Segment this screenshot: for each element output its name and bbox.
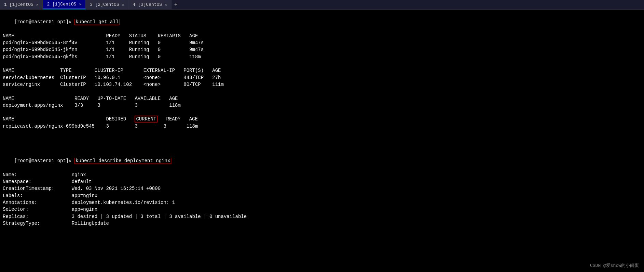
blank-5 bbox=[3, 137, 641, 143]
tab-3[interactable]: 3 [2]CentOS ✕ bbox=[86, 0, 128, 9]
terminal-line-namespace: Namespace: default bbox=[3, 178, 641, 185]
terminal-line-labels: Labels: app=nginx bbox=[3, 192, 641, 199]
terminal-line-11: NAME DESIRED CURRENT READY AGE bbox=[3, 116, 641, 122]
terminal-line-10: deployment.apps/nginx 3/3 3 3 118m bbox=[3, 102, 641, 109]
tab-2[interactable]: 2 [1]CentOS ✕ bbox=[43, 0, 85, 9]
tab-3-label: 3 [2]CentOS bbox=[90, 2, 119, 7]
watermark-text: CSDN @爱show的小卤蛋 bbox=[590, 262, 639, 269]
terminal-line-12: replicaset.apps/nginx-699bd9c545 3 3 3 1… bbox=[3, 123, 641, 130]
terminal-line-9: NAME READY UP-TO-DATE AVAILABLE AGE bbox=[3, 95, 641, 102]
terminal: [root@master01 opt]# kubectl get all NAM… bbox=[0, 10, 644, 272]
blank-4 bbox=[3, 130, 641, 137]
tab-add-button[interactable]: + bbox=[172, 0, 180, 9]
blank-2 bbox=[3, 88, 641, 95]
tab-2-close[interactable]: ✕ bbox=[79, 2, 81, 7]
terminal-line-strategy: StrategyType: RollingUpdate bbox=[3, 220, 641, 227]
terminal-line-3: pod/nginx-699bd9c545-8rf4v 1/1 Running 0… bbox=[3, 39, 641, 46]
tab-4-label: 4 [3]CentOS bbox=[133, 2, 162, 7]
terminal-line-2: NAME READY STATUS RESTARTS AGE bbox=[3, 33, 641, 39]
terminal-line-7: service/kubernetes ClusterIP 10.96.0.1 <… bbox=[3, 74, 641, 81]
current-header-highlight: CURRENT bbox=[135, 116, 157, 122]
cmd-describe: kubectl describe deployment nginx bbox=[74, 158, 171, 164]
terminal-line-selector: Selector: app=nginx bbox=[3, 206, 641, 213]
prompt-1: [root@master01 opt]# bbox=[14, 19, 74, 25]
terminal-line-8: service/nginx ClusterIP 10.103.74.102 <n… bbox=[3, 81, 641, 88]
terminal-line-1: [root@master01 opt]# kubectl get all bbox=[3, 12, 641, 33]
blank-1 bbox=[3, 60, 641, 67]
tab-3-close[interactable]: ✕ bbox=[122, 2, 124, 7]
blank-6 bbox=[3, 144, 641, 151]
tab-2-label: 2 [1]CentOS bbox=[47, 2, 76, 7]
blank-3 bbox=[3, 109, 641, 116]
terminal-line-creation: CreationTimestamp: Wed, 03 Nov 2021 16:2… bbox=[3, 185, 641, 192]
terminal-line-6: NAME TYPE CLUSTER-IP EXTERNAL-IP PORT(S)… bbox=[3, 67, 641, 74]
terminal-line-5: pod/nginx-699bd9c545-qkfhs 1/1 Running 0… bbox=[3, 53, 641, 60]
tab-4-close[interactable]: ✕ bbox=[165, 2, 167, 7]
tab-bar: 1 [1]CentOS ✕ 2 [1]CentOS ✕ 3 [2]CentOS … bbox=[0, 0, 644, 10]
cmd-get-all: kubectl get all bbox=[74, 19, 120, 25]
tab-1-label: 1 [1]CentOS bbox=[4, 2, 33, 7]
tab-4[interactable]: 4 [3]CentOS ✕ bbox=[128, 0, 171, 9]
prompt-2: [root@master01 opt]# bbox=[14, 158, 74, 164]
terminal-line-name: Name: nginx bbox=[3, 171, 641, 178]
tab-1-close[interactable]: ✕ bbox=[36, 2, 39, 7]
terminal-line-annotations: Annotations: deployment.kubernetes.io/re… bbox=[3, 199, 641, 206]
terminal-line-describe-cmd: [root@master01 opt]# kubectl describe de… bbox=[3, 151, 641, 171]
terminal-line-replicas: Replicas: 3 desired | 3 updated | 3 tota… bbox=[3, 213, 641, 220]
terminal-line-4: pod/nginx-699bd9c545-jkfnn 1/1 Running 0… bbox=[3, 46, 641, 53]
tab-1[interactable]: 1 [1]CentOS ✕ bbox=[0, 0, 43, 9]
